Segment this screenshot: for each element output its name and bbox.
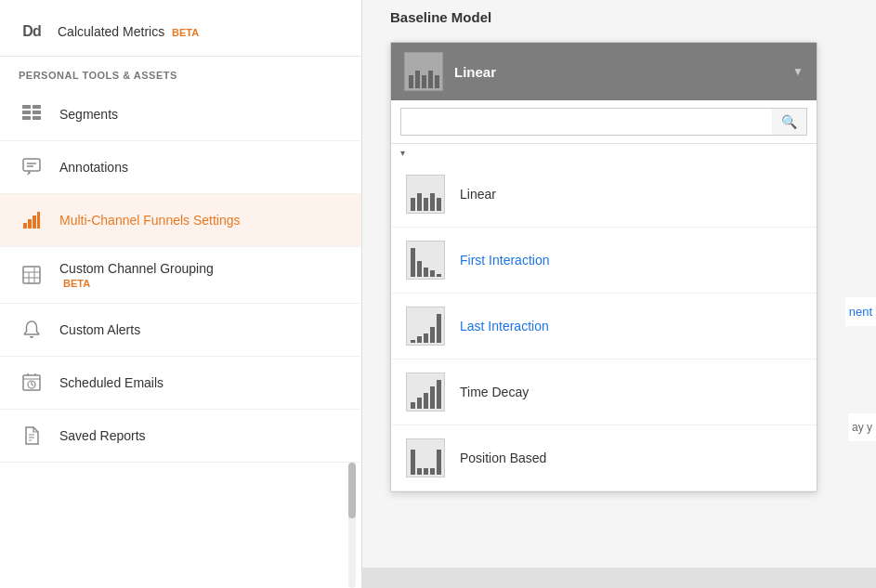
option-last-interaction-label: Last Interaction [460, 319, 549, 333]
dropdown-search-input[interactable] [400, 108, 772, 136]
scrollbar-track[interactable] [348, 463, 356, 588]
sidebar-item-custom-alerts[interactable]: Custom Alerts [0, 304, 361, 357]
svg-rect-5 [33, 116, 41, 120]
annotations-label: Annotations [59, 159, 128, 176]
calculated-metrics-label: Calculated Metrics BETA [58, 24, 199, 39]
main-content: Baseline Model Linear ▼ 🔍 ▾ [362, 0, 876, 588]
svg-rect-12 [33, 216, 36, 229]
scrollbar-thumb[interactable] [348, 463, 356, 518]
mcf-settings-label: Multi-Channel Funnels Settings [59, 212, 241, 229]
option-linear-label: Linear [460, 187, 496, 202]
alerts-icon [19, 317, 45, 343]
option-position-based-label: Position Based [460, 451, 546, 465]
linear-icon [406, 175, 445, 214]
option-first-interaction[interactable]: First Interaction [391, 228, 817, 294]
svg-line-22 [32, 385, 33, 385]
position-based-icon [406, 438, 445, 477]
dropdown-arrow-icon: ▼ [792, 65, 804, 78]
svg-rect-11 [28, 219, 32, 229]
dropdown-selected-item[interactable]: Linear ▼ [391, 43, 817, 100]
svg-rect-6 [23, 159, 40, 171]
bottom-bar [362, 568, 876, 588]
scheduled-emails-label: Scheduled Emails [59, 374, 163, 391]
personal-tools-header: PERSONAL TOOLS & ASSETS [0, 57, 361, 88]
dropdown-search-button[interactable]: 🔍 [772, 108, 807, 136]
sidebar-item-mcf-settings[interactable]: Multi-Channel Funnels Settings [0, 194, 361, 247]
dropdown-search-container: 🔍 [391, 100, 817, 144]
right-partial-text-1: nent [845, 297, 876, 326]
custom-channel-icon [19, 262, 45, 288]
option-time-decay[interactable]: Time Decay [391, 359, 817, 425]
option-time-decay-label: Time Decay [460, 385, 529, 399]
dropdown-selected-label: Linear [454, 64, 781, 80]
sidebar-item-scheduled-emails[interactable]: Scheduled Emails [0, 357, 361, 410]
saved-reports-icon [19, 423, 45, 449]
option-last-interaction[interactable]: Last Interaction [391, 294, 817, 359]
scheduled-emails-icon [19, 370, 45, 396]
option-position-based[interactable]: Position Based [391, 425, 817, 491]
dropdown-expand-indicator: ▾ [391, 144, 817, 162]
custom-alerts-label: Custom Alerts [59, 321, 140, 338]
mcf-icon [19, 207, 45, 233]
baseline-model-dropdown[interactable]: Linear ▼ 🔍 ▾ Linear [390, 42, 817, 492]
svg-rect-1 [22, 111, 31, 114]
svg-rect-0 [22, 105, 31, 109]
saved-reports-label: Saved Reports [59, 427, 146, 444]
sidebar-item-saved-reports[interactable]: Saved Reports [0, 410, 361, 463]
dropdown-options-list: Linear First Interaction [391, 162, 817, 491]
svg-rect-3 [33, 105, 41, 109]
custom-channel-label: Custom Channel Grouping BETA [59, 260, 214, 290]
calculated-metrics-icon: Dd [19, 19, 45, 45]
first-interaction-icon [406, 241, 445, 280]
svg-rect-4 [33, 111, 41, 114]
sidebar-item-calculated-metrics[interactable]: Dd Calculated Metrics BETA [0, 7, 361, 57]
option-first-interaction-label: First Interaction [460, 253, 549, 268]
baseline-model-label: Baseline Model [390, 9, 491, 36]
option-linear[interactable]: Linear [391, 162, 817, 228]
sidebar-item-custom-channel-grouping[interactable]: Custom Channel Grouping BETA [0, 247, 361, 304]
sidebar-item-segments[interactable]: Segments [0, 88, 361, 141]
last-interaction-icon [406, 307, 445, 346]
right-partial-text-2: ay y [848, 413, 876, 441]
segments-label: Segments [59, 106, 118, 123]
sidebar: Dd Calculated Metrics BETA PERSONAL TOOL… [0, 0, 362, 588]
annotations-icon [19, 154, 45, 180]
svg-rect-2 [22, 116, 31, 120]
segments-icon [19, 101, 45, 127]
time-decay-icon [406, 372, 445, 412]
svg-rect-13 [37, 212, 40, 229]
svg-rect-10 [23, 223, 27, 229]
sidebar-item-annotations[interactable]: Annotations [0, 141, 361, 194]
linear-selected-icon [404, 52, 443, 91]
svg-rect-14 [23, 267, 40, 283]
